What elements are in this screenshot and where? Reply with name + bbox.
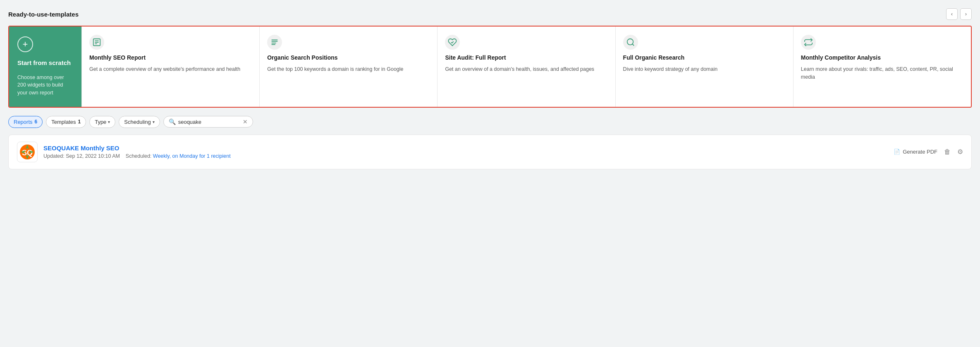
reports-tab-label: Reports [14, 119, 33, 125]
updated-label: Updated: [43, 153, 65, 159]
plus-icon: + [17, 36, 33, 52]
prev-arrow-button[interactable]: ‹ [946, 8, 958, 20]
svg-point-8 [627, 39, 633, 45]
template-title-site-audit: Site Audit: Full Report [445, 54, 607, 61]
report-name: SEOQUAKE Monthly SEO [43, 145, 231, 152]
template-card-site-audit[interactable]: Site Audit: Full Report Get an overview … [437, 27, 615, 107]
report-actions: 📄 Generate PDF 🗑 ⚙ [894, 148, 963, 156]
clear-search-button[interactable]: ✕ [243, 119, 248, 125]
search-icon [623, 35, 638, 50]
template-title-monthly-seo: Monthly SEO Report [89, 54, 252, 61]
nav-arrows: ‹ › [946, 8, 972, 20]
template-desc-site-audit: Get an overview of a domain's health, is… [445, 65, 607, 73]
filters-bar: Reports 6 Templates 1 Type ▾ Scheduling … [8, 116, 972, 128]
updated-date: Sep 12, 2022 10:10 AM [66, 153, 120, 159]
report-meta: Updated: Sep 12, 2022 10:10 AM Scheduled… [43, 153, 231, 159]
templates-count-badge: 1 [78, 119, 81, 125]
document-icon [89, 35, 104, 50]
next-arrow-button[interactable]: › [960, 8, 972, 20]
page-title: Ready-to-use-templates [8, 11, 79, 18]
report-info: SEOQUAKE Monthly SEO Updated: Sep 12, 20… [43, 145, 231, 159]
report-left: SQ SEOQUAKE Monthly SEO Updated: Sep 12,… [17, 142, 231, 162]
report-item: SQ SEOQUAKE Monthly SEO Updated: Sep 12,… [8, 135, 972, 169]
scheduling-filter-label: Scheduling [124, 119, 151, 125]
seoquake-logo-svg: SQ [18, 143, 36, 161]
template-title-organic-research: Full Organic Research [623, 54, 786, 61]
scratch-title: Start from scratch [17, 59, 73, 67]
page-header: Ready-to-use-templates ‹ › [8, 8, 972, 20]
generate-pdf-button[interactable]: 📄 Generate PDF [894, 149, 937, 155]
template-card-competitor-analysis[interactable]: Monthly Competitor Analysis Learn more a… [793, 27, 971, 107]
next-arrow-icon: › [965, 11, 967, 17]
chart-icon [801, 35, 816, 50]
heart-check-icon [445, 35, 460, 50]
template-card-organic-search[interactable]: Organic Search Positions Get the top 100… [259, 27, 437, 107]
scratch-description: Choose among over 200 widgets to build y… [17, 74, 73, 97]
template-desc-monthly-seo: Get a complete overview of any website's… [89, 65, 252, 73]
templates-tab[interactable]: Templates 1 [46, 116, 86, 128]
type-filter-label: Type [95, 119, 106, 125]
type-chevron-icon: ▾ [108, 120, 110, 124]
list-icon [267, 35, 282, 50]
type-filter-button[interactable]: Type ▾ [89, 116, 115, 128]
delete-icon[interactable]: 🗑 [944, 148, 951, 156]
scratch-card[interactable]: + Start from scratch Choose among over 2… [9, 27, 81, 107]
settings-icon[interactable]: ⚙ [957, 148, 963, 156]
prev-arrow-icon: ‹ [951, 11, 953, 17]
search-icon: 🔍 [169, 118, 176, 125]
template-card-organic-research[interactable]: Full Organic Research Dive into keyword … [615, 27, 793, 107]
template-title-organic-search: Organic Search Positions [267, 54, 430, 61]
template-desc-competitor-analysis: Learn more about your rivals: traffic, a… [801, 65, 963, 81]
template-card-monthly-seo[interactable]: Monthly SEO Report Get a complete overvi… [81, 27, 259, 107]
template-cards: Monthly SEO Report Get a complete overvi… [81, 27, 971, 107]
pdf-icon: 📄 [894, 149, 900, 155]
search-input[interactable] [178, 119, 240, 125]
reports-count-badge: 6 [35, 119, 38, 125]
generate-pdf-label: Generate PDF [903, 149, 937, 155]
reports-tab[interactable]: Reports 6 [8, 116, 43, 128]
template-desc-organic-research: Dive into keyword strategy of any domain [623, 65, 786, 73]
svg-line-9 [632, 44, 634, 46]
templates-tab-label: Templates [51, 119, 76, 125]
search-box: 🔍 ✕ [163, 116, 253, 128]
scheduling-chevron-icon: ▾ [153, 120, 155, 124]
templates-container: + Start from scratch Choose among over 2… [8, 26, 972, 108]
scheduled-label: Scheduled: [126, 153, 152, 159]
report-logo: SQ [17, 142, 38, 162]
template-desc-organic-search: Get the top 100 keywords a domain is ran… [267, 65, 430, 73]
scheduled-link[interactable]: Weekly, on Monday for 1 recipient [153, 153, 231, 159]
scheduling-filter-button[interactable]: Scheduling ▾ [119, 116, 160, 128]
template-title-competitor-analysis: Monthly Competitor Analysis [801, 54, 963, 61]
